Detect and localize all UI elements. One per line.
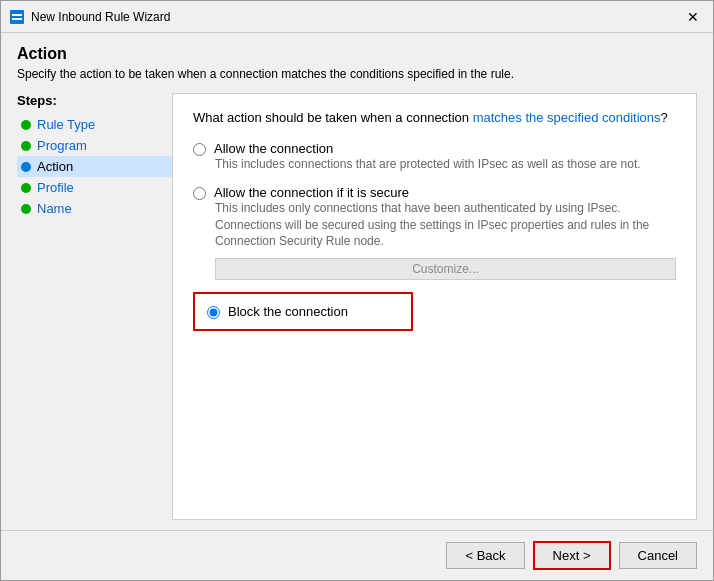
step-dot-name [21,204,31,214]
svg-rect-1 [12,14,22,16]
wizard-window: New Inbound Rule Wizard ✕ Action Specify… [0,0,714,581]
option-allow-secure-label: Allow the connection if it is secure [214,185,409,200]
sidebar-label-program: Program [37,138,87,153]
svg-rect-0 [10,10,24,24]
sidebar-item-name[interactable]: Name [17,198,172,219]
sidebar-item-action[interactable]: Action [17,156,172,177]
sidebar-label-profile: Profile [37,180,74,195]
radio-allow-secure[interactable] [193,187,206,200]
back-button[interactable]: < Back [446,542,524,569]
option-allow-row: Allow the connection [193,141,676,156]
option-block: Block the connection [193,292,676,331]
window-icon [9,9,25,25]
bottom-bar: < Back Next > Cancel [1,530,713,580]
sidebar-label-action: Action [37,159,73,174]
radio-block[interactable] [207,306,220,319]
radio-allow[interactable] [193,143,206,156]
sidebar-item-rule-type[interactable]: Rule Type [17,114,172,135]
step-dot-rule-type [21,120,31,130]
customize-button[interactable]: Customize... [215,258,676,280]
close-button[interactable]: ✕ [681,5,705,29]
title-bar: New Inbound Rule Wizard ✕ [1,1,713,33]
question-text: What action should be taken when a conne… [193,110,676,125]
option-allow-secure-desc: This includes only connections that have… [215,200,676,250]
page-description: Specify the action to be taken when a co… [17,67,697,81]
option-allow-secure-row: Allow the connection if it is secure [193,185,676,200]
sidebar: Steps: Rule Type Program Action Profile [17,93,172,520]
sidebar-label-rule-type: Rule Type [37,117,95,132]
option-allow: Allow the connection This includes conne… [193,141,676,173]
step-dot-program [21,141,31,151]
option-group: Allow the connection This includes conne… [193,141,676,331]
option-allow-label: Allow the connection [214,141,333,156]
cancel-button[interactable]: Cancel [619,542,697,569]
sidebar-item-profile[interactable]: Profile [17,177,172,198]
block-option-box: Block the connection [193,292,413,331]
question-highlight: matches the specified conditions [473,110,661,125]
steps-label: Steps: [17,93,172,108]
right-panel: What action should be taken when a conne… [172,93,697,520]
option-allow-secure: Allow the connection if it is secure Thi… [193,185,676,280]
option-block-label: Block the connection [228,304,348,319]
step-dot-profile [21,183,31,193]
svg-rect-2 [12,18,22,20]
main-row: Steps: Rule Type Program Action Profile [17,93,697,520]
page-title: Action [17,45,697,63]
window-title: New Inbound Rule Wizard [31,10,681,24]
sidebar-item-program[interactable]: Program [17,135,172,156]
content-area: Action Specify the action to be taken wh… [1,33,713,530]
step-dot-action [21,162,31,172]
sidebar-label-name: Name [37,201,72,216]
next-button[interactable]: Next > [533,541,611,570]
option-allow-desc: This includes connections that are prote… [215,156,676,173]
